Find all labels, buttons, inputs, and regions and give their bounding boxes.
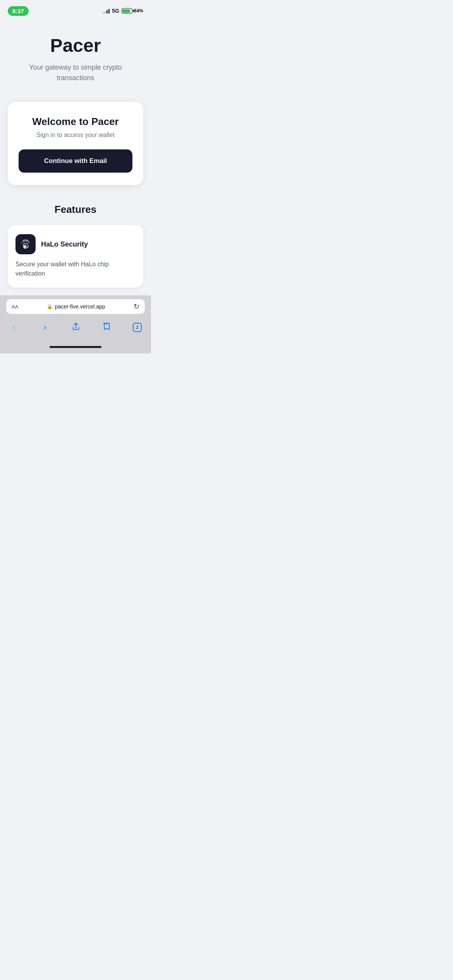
browser-forward-button[interactable]: › <box>40 321 49 334</box>
home-indicator <box>0 340 151 353</box>
battery-fill <box>122 9 130 13</box>
browser-bottom-bar: ‹ › 2 <box>0 317 151 340</box>
halo-security-feature-card: HaLo Security Secure your wallet with Ha… <box>8 225 143 288</box>
halo-security-icon <box>15 234 36 254</box>
browser-url-bar: AA 🔒 pacer-five.vercel.app ↻ <box>0 295 151 317</box>
main-content: Pacer Your gateway to simple crypto tran… <box>0 19 151 295</box>
battery-container: 84% <box>122 8 143 14</box>
continue-with-email-button[interactable]: Continue with Email <box>19 149 132 173</box>
halo-security-description: Secure your wallet with HaLo chip verifi… <box>15 260 136 278</box>
welcome-subtitle: Sign in to access your wallet <box>19 132 132 139</box>
battery-percent: 84% <box>134 8 143 14</box>
browser-share-button[interactable] <box>72 322 80 333</box>
network-label: 5G <box>112 8 119 14</box>
signal-bars-icon <box>103 8 110 14</box>
feature-header: HaLo Security <box>15 234 136 254</box>
home-indicator-bar <box>50 346 101 348</box>
features-section: Features HaLo Security Secure your walle… <box>8 204 143 288</box>
browser-bookmarks-button[interactable] <box>102 322 111 333</box>
battery-icon <box>122 8 132 14</box>
status-right: 5G 84% <box>103 8 143 14</box>
app-title: Pacer <box>50 35 101 56</box>
browser-tabs-button[interactable]: 2 <box>133 323 142 332</box>
browser-lock-icon: 🔒 <box>47 304 53 309</box>
features-title: Features <box>8 204 143 216</box>
browser-url[interactable]: pacer-five.vercel.app <box>55 303 105 310</box>
fingerprint-icon <box>20 239 31 250</box>
browser-wrapper: AA 🔒 pacer-five.vercel.app ↻ ‹ › 2 <box>0 295 151 353</box>
browser-back-button[interactable]: ‹ <box>9 321 18 334</box>
halo-security-name: HaLo Security <box>41 240 88 248</box>
app-subtitle: Your gateway to simple crypto transactio… <box>21 62 130 83</box>
welcome-title: Welcome to Pacer <box>19 116 132 128</box>
text-size-button[interactable]: AA <box>12 304 18 310</box>
browser-refresh-button[interactable]: ↻ <box>134 302 139 311</box>
status-time: 8:37 <box>8 6 29 16</box>
welcome-card: Welcome to Pacer Sign in to access your … <box>8 102 143 185</box>
status-bar: 8:37 5G 84% <box>0 0 151 19</box>
